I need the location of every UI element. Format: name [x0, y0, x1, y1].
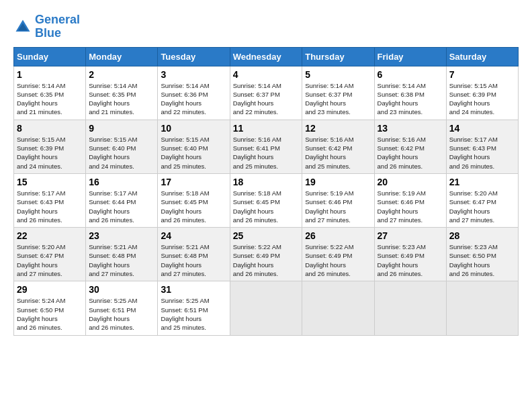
day-number: 10	[161, 123, 226, 134]
day-number: 12	[305, 123, 371, 134]
day-number: 13	[378, 123, 443, 134]
day-number: 25	[233, 230, 300, 241]
logo: General Blue	[13, 13, 80, 40]
calendar-day: 6 Sunrise: 5:14 AM Sunset: 6:38 PM Dayli…	[374, 66, 446, 120]
calendar-day	[230, 281, 302, 335]
weekday-header-saturday: Saturday	[446, 47, 518, 66]
day-detail: Sunrise: 5:25 AM Sunset: 6:51 PM Dayligh…	[89, 296, 154, 332]
day-number: 3	[161, 69, 226, 80]
day-detail: Sunrise: 5:18 AM Sunset: 6:45 PM Dayligh…	[233, 189, 300, 224]
calendar-day: 18 Sunrise: 5:18 AM Sunset: 6:45 PM Dayl…	[230, 173, 302, 227]
day-detail: Sunrise: 5:14 AM Sunset: 6:36 PM Dayligh…	[161, 81, 226, 117]
weekday-header-wednesday: Wednesday	[230, 47, 302, 66]
page-header: General Blue	[13, 13, 519, 40]
day-detail: Sunrise: 5:14 AM Sunset: 6:37 PM Dayligh…	[305, 81, 371, 117]
calendar-day: 23 Sunrise: 5:21 AM Sunset: 6:48 PM Dayl…	[86, 228, 158, 281]
day-detail: Sunrise: 5:15 AM Sunset: 6:40 PM Dayligh…	[161, 135, 226, 171]
calendar-day: 2 Sunrise: 5:14 AM Sunset: 6:35 PM Dayli…	[86, 66, 158, 120]
day-number: 22	[17, 230, 83, 241]
calendar-day: 24 Sunrise: 5:21 AM Sunset: 6:48 PM Dayl…	[158, 228, 230, 281]
calendar-body: 1 Sunrise: 5:14 AM Sunset: 6:35 PM Dayli…	[14, 66, 519, 335]
calendar-day: 22 Sunrise: 5:20 AM Sunset: 6:47 PM Dayl…	[14, 228, 86, 281]
calendar-day	[374, 281, 446, 335]
calendar-day: 20 Sunrise: 5:19 AM Sunset: 6:46 PM Dayl…	[374, 173, 446, 227]
weekday-header-tuesday: Tuesday	[158, 47, 230, 66]
calendar-day: 9 Sunrise: 5:15 AM Sunset: 6:40 PM Dayli…	[86, 120, 158, 173]
day-number: 11	[233, 123, 300, 134]
calendar-day	[302, 281, 374, 335]
weekday-row: SundayMondayTuesdayWednesdayThursdayFrid…	[14, 47, 519, 66]
calendar-day: 25 Sunrise: 5:22 AM Sunset: 6:49 PM Dayl…	[230, 228, 302, 281]
day-number: 4	[233, 69, 300, 80]
calendar-week-4: 22 Sunrise: 5:20 AM Sunset: 6:47 PM Dayl…	[14, 228, 519, 281]
day-detail: Sunrise: 5:23 AM Sunset: 6:49 PM Dayligh…	[378, 242, 443, 278]
day-detail: Sunrise: 5:21 AM Sunset: 6:48 PM Dayligh…	[89, 242, 154, 278]
day-number: 16	[89, 177, 154, 187]
day-detail: Sunrise: 5:20 AM Sunset: 6:47 PM Dayligh…	[449, 189, 515, 224]
day-number: 9	[89, 123, 154, 134]
calendar-day: 26 Sunrise: 5:22 AM Sunset: 6:49 PM Dayl…	[302, 228, 374, 281]
day-number: 5	[305, 69, 371, 80]
day-detail: Sunrise: 5:25 AM Sunset: 6:51 PM Dayligh…	[161, 296, 226, 332]
calendar-day: 8 Sunrise: 5:15 AM Sunset: 6:39 PM Dayli…	[14, 120, 86, 173]
calendar-day: 16 Sunrise: 5:17 AM Sunset: 6:44 PM Dayl…	[86, 173, 158, 227]
day-number: 1	[17, 69, 83, 80]
calendar-day: 1 Sunrise: 5:14 AM Sunset: 6:35 PM Dayli…	[14, 66, 86, 120]
day-number: 7	[449, 69, 515, 80]
weekday-header-friday: Friday	[374, 47, 446, 66]
calendar-week-3: 15 Sunrise: 5:17 AM Sunset: 6:43 PM Dayl…	[14, 173, 519, 227]
day-number: 14	[449, 123, 515, 134]
day-number: 26	[305, 230, 371, 241]
day-number: 28	[449, 230, 515, 241]
calendar-day: 3 Sunrise: 5:14 AM Sunset: 6:36 PM Dayli…	[158, 66, 230, 120]
day-detail: Sunrise: 5:18 AM Sunset: 6:45 PM Dayligh…	[161, 189, 226, 224]
day-number: 21	[449, 177, 515, 187]
day-detail: Sunrise: 5:16 AM Sunset: 6:42 PM Dayligh…	[378, 135, 443, 171]
calendar-day: 29 Sunrise: 5:24 AM Sunset: 6:50 PM Dayl…	[14, 281, 86, 335]
calendar-week-5: 29 Sunrise: 5:24 AM Sunset: 6:50 PM Dayl…	[14, 281, 519, 335]
day-number: 29	[17, 284, 83, 295]
calendar-week-1: 1 Sunrise: 5:14 AM Sunset: 6:35 PM Dayli…	[14, 66, 519, 120]
day-number: 8	[17, 123, 83, 134]
day-detail: Sunrise: 5:14 AM Sunset: 6:35 PM Dayligh…	[17, 81, 83, 117]
calendar-day: 5 Sunrise: 5:14 AM Sunset: 6:37 PM Dayli…	[302, 66, 374, 120]
day-detail: Sunrise: 5:15 AM Sunset: 6:39 PM Dayligh…	[17, 135, 83, 171]
day-number: 23	[89, 230, 154, 241]
calendar-day: 17 Sunrise: 5:18 AM Sunset: 6:45 PM Dayl…	[158, 173, 230, 227]
calendar-week-2: 8 Sunrise: 5:15 AM Sunset: 6:39 PM Dayli…	[14, 120, 519, 173]
calendar-day: 27 Sunrise: 5:23 AM Sunset: 6:49 PM Dayl…	[374, 228, 446, 281]
day-detail: Sunrise: 5:19 AM Sunset: 6:46 PM Dayligh…	[305, 189, 371, 224]
calendar-day: 30 Sunrise: 5:25 AM Sunset: 6:51 PM Dayl…	[86, 281, 158, 335]
day-detail: Sunrise: 5:15 AM Sunset: 6:40 PM Dayligh…	[89, 135, 154, 171]
day-detail: Sunrise: 5:15 AM Sunset: 6:39 PM Dayligh…	[449, 81, 515, 117]
day-detail: Sunrise: 5:16 AM Sunset: 6:42 PM Dayligh…	[305, 135, 371, 171]
calendar-day: 15 Sunrise: 5:17 AM Sunset: 6:43 PM Dayl…	[14, 173, 86, 227]
calendar-day: 12 Sunrise: 5:16 AM Sunset: 6:42 PM Dayl…	[302, 120, 374, 173]
day-number: 31	[161, 284, 226, 295]
day-detail: Sunrise: 5:22 AM Sunset: 6:49 PM Dayligh…	[305, 242, 371, 278]
day-number: 15	[17, 177, 83, 187]
calendar-header: SundayMondayTuesdayWednesdayThursdayFrid…	[14, 47, 519, 66]
day-detail: Sunrise: 5:21 AM Sunset: 6:48 PM Dayligh…	[161, 242, 226, 278]
day-detail: Sunrise: 5:14 AM Sunset: 6:37 PM Dayligh…	[233, 81, 300, 117]
day-number: 24	[161, 230, 226, 241]
calendar-day: 7 Sunrise: 5:15 AM Sunset: 6:39 PM Dayli…	[446, 66, 518, 120]
day-number: 30	[89, 284, 154, 295]
day-detail: Sunrise: 5:17 AM Sunset: 6:43 PM Dayligh…	[17, 189, 83, 224]
day-detail: Sunrise: 5:14 AM Sunset: 6:38 PM Dayligh…	[378, 81, 443, 117]
day-detail: Sunrise: 5:20 AM Sunset: 6:47 PM Dayligh…	[17, 242, 83, 278]
calendar-day: 21 Sunrise: 5:20 AM Sunset: 6:47 PM Dayl…	[446, 173, 518, 227]
day-number: 19	[305, 177, 371, 187]
calendar-day: 4 Sunrise: 5:14 AM Sunset: 6:37 PM Dayli…	[230, 66, 302, 120]
day-detail: Sunrise: 5:14 AM Sunset: 6:35 PM Dayligh…	[89, 81, 154, 117]
day-number: 6	[378, 69, 443, 80]
day-number: 17	[161, 177, 226, 187]
day-detail: Sunrise: 5:24 AM Sunset: 6:50 PM Dayligh…	[17, 296, 83, 332]
calendar-day: 14 Sunrise: 5:17 AM Sunset: 6:43 PM Dayl…	[446, 120, 518, 173]
day-number: 18	[233, 177, 300, 187]
day-number: 2	[89, 69, 154, 80]
day-number: 20	[378, 177, 443, 187]
day-detail: Sunrise: 5:19 AM Sunset: 6:46 PM Dayligh…	[378, 189, 443, 224]
calendar-day: 19 Sunrise: 5:19 AM Sunset: 6:46 PM Dayl…	[302, 173, 374, 227]
day-detail: Sunrise: 5:17 AM Sunset: 6:43 PM Dayligh…	[449, 135, 515, 171]
